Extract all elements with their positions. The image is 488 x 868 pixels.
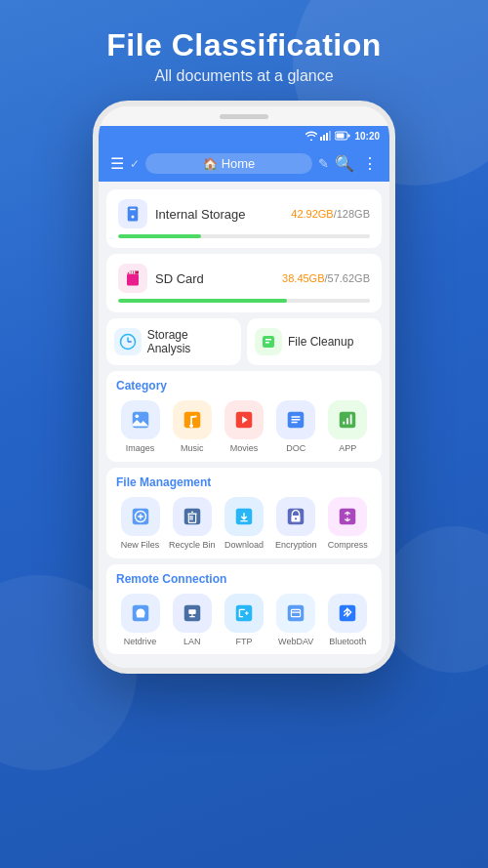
encryption-icon — [276, 497, 315, 536]
main-title: File Classification — [0, 27, 488, 63]
category-title: Category — [114, 379, 374, 393]
webdav-item[interactable]: WebDAV — [270, 594, 321, 647]
svg-rect-1 — [323, 135, 325, 141]
svg-rect-23 — [292, 422, 298, 423]
images-label: Images — [126, 443, 155, 454]
category-doc[interactable]: DOC — [270, 400, 321, 454]
signal-icon — [320, 131, 332, 141]
new-files-label: New Files — [121, 540, 160, 551]
file-management-title: File Management — [114, 475, 374, 489]
action-row: Storage Analysis File Cleanup — [106, 318, 382, 365]
sd-card-fill — [118, 299, 287, 303]
edit-icon[interactable]: ✎ — [318, 156, 329, 171]
file-cleanup-button[interactable]: File Cleanup — [247, 318, 382, 365]
phone-frame: 10:20 ☰ ✓ 🏠 Home ✎ 🔍 ⋮ — [93, 101, 395, 674]
svg-rect-21 — [292, 416, 301, 417]
download-label: Download — [224, 540, 264, 551]
app-label: APP — [339, 443, 356, 454]
compress-label: Compress — [328, 540, 368, 551]
file-cleanup-label: File Cleanup — [288, 335, 353, 349]
webdav-icon — [276, 594, 315, 633]
search-icon[interactable]: 🔍 — [335, 154, 354, 173]
images-icon — [121, 400, 160, 439]
internal-storage-size: 42.92GB/128GB — [291, 208, 370, 220]
svg-rect-11 — [129, 271, 131, 274]
internal-storage-name: Internal Storage — [155, 207, 283, 222]
battery-icon — [335, 131, 350, 141]
download-item[interactable]: Download — [219, 497, 269, 551]
new-files-item[interactable]: New Files — [115, 497, 166, 551]
status-time: 10:20 — [354, 131, 380, 142]
bluetooth-icon — [328, 594, 367, 633]
remote-connection-title: Remote Connection — [114, 572, 374, 586]
svg-rect-2 — [326, 133, 328, 141]
recycle-bin-label: Recycle Bin — [169, 540, 216, 551]
svg-rect-36 — [236, 604, 253, 621]
storage-analysis-icon — [114, 328, 142, 355]
category-section: Category Images Music — [106, 371, 382, 462]
file-management-section: File Management New Files Recy — [106, 468, 382, 558]
svg-rect-37 — [288, 604, 305, 621]
recycle-bin-item[interactable]: Recycle Bin — [167, 497, 218, 551]
music-label: Music — [181, 443, 204, 454]
phone-wrapper: 10:20 ☰ ✓ 🏠 Home ✎ 🔍 ⋮ — [0, 101, 488, 674]
wifi-icon — [305, 131, 317, 141]
svg-point-17 — [135, 415, 139, 419]
internal-storage-progress — [118, 234, 370, 238]
netdrive-item[interactable]: Netdrive — [115, 594, 166, 647]
category-movies[interactable]: Movies — [219, 400, 269, 454]
sub-title: All documents at a glance — [0, 67, 488, 85]
home-button[interactable]: 🏠 Home — [145, 153, 312, 174]
lan-item[interactable]: LAN — [167, 594, 218, 647]
remote-connection-section: Remote Connection Netdrive LAN — [106, 564, 382, 655]
sd-card-icon — [118, 264, 147, 293]
bluetooth-label: Bluetooth — [329, 637, 366, 647]
svg-point-9 — [132, 216, 135, 219]
status-bar: 10:20 — [99, 126, 389, 145]
netdrive-label: Netdrive — [124, 637, 157, 647]
internal-storage-fill — [118, 234, 201, 238]
sd-card-size: 38.45GB/57.62GB — [282, 272, 370, 284]
category-music[interactable]: Music — [167, 400, 218, 454]
home-label: Home — [222, 156, 256, 171]
content-area: Internal Storage 42.92GB/128GB SD Card — [99, 182, 389, 668]
home-icon: 🏠 — [203, 157, 218, 171]
svg-rect-0 — [320, 137, 322, 141]
music-icon — [173, 400, 212, 439]
check-icon[interactable]: ✓ — [130, 157, 140, 171]
lan-icon — [173, 594, 212, 633]
download-icon — [224, 497, 264, 536]
compress-icon — [328, 497, 367, 536]
compress-item[interactable]: Compress — [322, 497, 373, 551]
movies-icon — [224, 400, 264, 439]
menu-icon[interactable]: ☰ — [110, 156, 124, 172]
doc-icon — [276, 400, 315, 439]
lan-label: LAN — [183, 637, 201, 647]
svg-rect-6 — [348, 135, 350, 138]
svg-rect-13 — [134, 271, 136, 274]
bluetooth-item[interactable]: Bluetooth — [322, 594, 373, 647]
app-bar: ☰ ✓ 🏠 Home ✎ 🔍 ⋮ — [99, 145, 389, 182]
sd-card-card[interactable]: SD Card 38.45GB/57.62GB — [106, 254, 382, 312]
svg-point-31 — [295, 517, 297, 519]
new-files-icon — [121, 497, 160, 536]
status-icons — [305, 131, 350, 141]
category-images[interactable]: Images — [115, 400, 166, 454]
svg-rect-22 — [292, 419, 301, 420]
ftp-icon — [224, 594, 264, 633]
ftp-item[interactable]: FTP — [219, 594, 269, 647]
file-management-grid: New Files Recycle Bin Downlo — [114, 497, 374, 551]
internal-storage-icon — [118, 199, 147, 228]
encryption-item[interactable]: Encryption — [270, 497, 321, 551]
file-cleanup-icon — [255, 328, 282, 355]
more-icon[interactable]: ⋮ — [362, 154, 378, 173]
svg-rect-10 — [127, 274, 139, 286]
category-app[interactable]: APP — [322, 400, 373, 454]
phone-speaker — [220, 114, 268, 119]
svg-rect-8 — [130, 209, 136, 211]
remote-connection-grid: Netdrive LAN FTP — [114, 594, 374, 647]
storage-analysis-button[interactable]: Storage Analysis — [106, 318, 241, 365]
internal-storage-card[interactable]: Internal Storage 42.92GB/128GB — [106, 189, 382, 248]
encryption-label: Encryption — [275, 540, 317, 551]
phone-notch — [99, 106, 389, 126]
